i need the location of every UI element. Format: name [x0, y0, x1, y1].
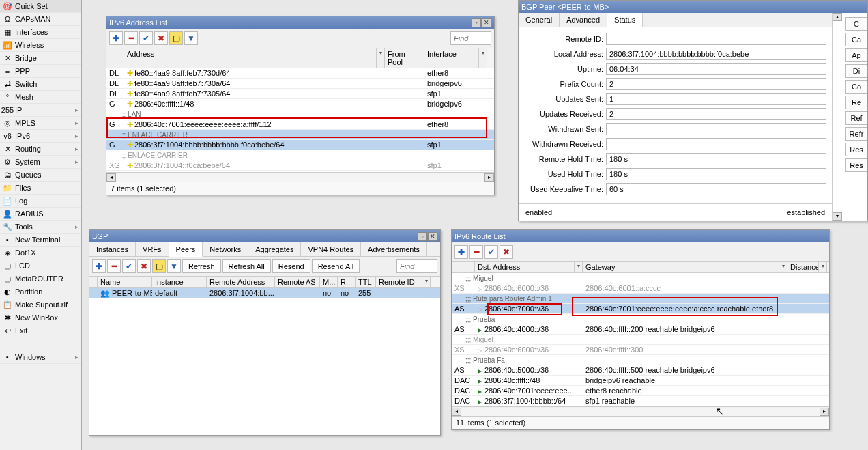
tab-aggregates[interactable]: Aggregates: [248, 242, 301, 256]
sidebar-item-new-terminal[interactable]: ▪New Terminal: [0, 234, 81, 247]
tab-instances[interactable]: Instances: [89, 242, 136, 256]
comment-row[interactable]: ;;; ENLACE CARRIER: [106, 130, 494, 140]
address-row[interactable]: XG✚2806:3f7:1004::f0ca:bebe/64sfp1: [106, 160, 494, 171]
sidebar-item-ipv6[interactable]: v6IPv6▸: [0, 130, 81, 143]
disable-button[interactable]: ✖: [137, 259, 151, 273]
sidebar-item-mpls[interactable]: ◎MPLS▸: [0, 117, 81, 130]
comment-row[interactable]: ;;; Prueba: [452, 314, 829, 324]
resend-all-button[interactable]: Resend All: [312, 259, 360, 273]
filter-button[interactable]: ▼: [167, 259, 181, 273]
comment-button[interactable]: ▢: [152, 259, 166, 273]
title-bar[interactable]: IPv6 Route List: [452, 230, 829, 242]
sidebar-item-interfaces[interactable]: ▦Interfaces: [0, 26, 81, 39]
sidebar-item-wireless[interactable]: 📶Wireless: [0, 39, 81, 52]
comment-row[interactable]: ;;; ENLACE CARRIER: [106, 150, 494, 160]
sidebar-item-quick-set[interactable]: 🎯Quick Set: [0, 0, 81, 13]
side-button[interactable]: Ref: [845, 111, 867, 125]
route-row[interactable]: XS▷2806:40c:6000::/362806:40c:ffff::300: [452, 345, 829, 355]
remove-button[interactable]: ━: [107, 259, 121, 273]
scroll-down-button[interactable]: ▾: [833, 212, 842, 221]
field-input[interactable]: [606, 63, 826, 75]
horizontal-scrollbar[interactable]: ◂▸: [452, 406, 829, 416]
side-button[interactable]: Res: [845, 143, 867, 156]
peer-row[interactable]: 👥 PEER-to-MB default 2806:3f7:1004:bb...…: [89, 288, 440, 298]
comment-row[interactable]: ;;; Prueba Fa: [452, 355, 829, 365]
sidebar-item-dot1x[interactable]: ◈Dot1X: [0, 247, 81, 259]
field-input[interactable]: [606, 123, 826, 135]
sidebar-item-routing[interactable]: ✕Routing▸: [0, 143, 81, 156]
address-row[interactable]: DL✚fe80::4aa9:8aff:feb7:7305/64sfp1: [106, 89, 494, 99]
sidebar-item-tools[interactable]: 🔧Tools▸: [0, 221, 81, 234]
refresh-all-button[interactable]: Refresh All: [222, 259, 271, 273]
remove-button[interactable]: ━: [124, 31, 138, 45]
sidebar-item-log[interactable]: 📄Log: [0, 195, 81, 208]
field-input[interactable]: [606, 33, 826, 45]
table-header[interactable]: Dst. Address ▾ Gateway ▾ Distance ▾: [452, 262, 829, 273]
side-button[interactable]: Ap: [845, 48, 867, 62]
route-row[interactable]: AS▶2806:40c:5000::/362806:40c:ffff::500 …: [452, 365, 829, 376]
address-row[interactable]: DL✚fe80::4aa9:8aff:feb7:730d/64ether8: [106, 68, 494, 79]
find-input[interactable]: [396, 259, 437, 273]
remove-button[interactable]: ━: [469, 245, 483, 259]
field-input[interactable]: [606, 78, 826, 90]
find-input[interactable]: [450, 31, 491, 45]
enable-button[interactable]: ✔: [484, 245, 498, 259]
route-row[interactable]: DAC▶2806:3f7:1004:bbbb::/64sfp1 reachabl…: [452, 396, 829, 406]
address-row[interactable]: G✚2806:3f7:1004:bbbb:bbbb:bbbb:f0ca:bebe…: [106, 140, 494, 150]
sidebar-item-radius[interactable]: 👤RADIUS: [0, 208, 81, 221]
sidebar-item-capsman[interactable]: ΩCAPsMAN: [0, 13, 81, 26]
sidebar-item-bridge[interactable]: ✕Bridge: [0, 52, 81, 65]
sidebar-item-windows[interactable]: ▪Windows▸: [0, 351, 81, 364]
route-row[interactable]: AS▶2806:40c:4000::/362806:40c:ffff::200 …: [452, 324, 829, 335]
minimize-button[interactable]: ▫: [472, 18, 481, 27]
tab-general[interactable]: General: [519, 13, 560, 27]
comment-button[interactable]: ▢: [169, 31, 183, 45]
tab-vrfs[interactable]: VRFs: [136, 242, 169, 256]
address-table-body[interactable]: DL✚fe80::4aa9:8aff:feb7:730d/64ether8DL✚…: [106, 68, 494, 172]
side-button[interactable]: Res: [845, 158, 867, 172]
address-row[interactable]: G✚2806:40c:ffff::1/48bridgeipv6: [106, 99, 494, 109]
sidebar-item-new-winbox[interactable]: ✱New WinBox: [0, 311, 81, 324]
field-input[interactable]: [606, 138, 826, 150]
route-row[interactable]: DAC▶2806:40c:ffff::/48bridgeipv6 reachab…: [452, 376, 829, 386]
add-button[interactable]: ✚: [454, 245, 468, 259]
comment-row[interactable]: ;;; LAN: [106, 109, 494, 119]
side-button[interactable]: Ca: [845, 33, 867, 46]
sidebar-item-exit[interactable]: ↩Exit: [0, 324, 81, 337]
route-row[interactable]: AS▷2806:40c:7000::/362806:40c:7001:eeee:…: [452, 304, 829, 314]
enable-button[interactable]: ✔: [139, 31, 153, 45]
title-bar[interactable]: BGP ▫ ✕: [89, 230, 440, 242]
sidebar-item-ip[interactable]: 255IP▸: [0, 104, 81, 117]
side-button[interactable]: Co: [845, 80, 867, 94]
minimize-button[interactable]: ▫: [418, 232, 427, 241]
close-button[interactable]: ✕: [482, 18, 491, 27]
disable-button[interactable]: ✖: [154, 31, 168, 45]
route-row[interactable]: DAC▶2806:40c:7001:eeee:eee..ether8 reach…: [452, 386, 829, 396]
title-bar[interactable]: BGP Peer <PEER-to-MB>: [519, 1, 867, 13]
sidebar-item-partition[interactable]: ◐Partition: [0, 285, 81, 298]
side-button[interactable]: Di: [845, 64, 867, 78]
comment-row[interactable]: ;;; Miguel: [452, 335, 829, 345]
refresh-button[interactable]: Refresh: [182, 259, 221, 273]
address-row[interactable]: DL✚fe80::4aa9:8aff:feb7:730a/64bridgeipv…: [106, 79, 494, 89]
add-button[interactable]: ✚: [92, 259, 106, 273]
sidebar-item-make-supout.rif[interactable]: 📋Make Supout.rif: [0, 298, 81, 311]
close-button[interactable]: ✕: [428, 232, 437, 241]
field-input[interactable]: [606, 153, 826, 165]
sidebar-item-ppp[interactable]: ≡PPP: [0, 65, 81, 78]
route-row[interactable]: XS▷2806:40c:6000::/362806:40c:6001::a:cc…: [452, 283, 829, 294]
sidebar-item-metarouter[interactable]: ▢MetaROUTER: [0, 272, 81, 285]
sidebar-item-queues[interactable]: 🗂Queues: [0, 169, 81, 182]
comment-row[interactable]: ;;; Miguel: [452, 273, 829, 283]
tab-advertisements[interactable]: Advertisements: [361, 242, 427, 256]
enable-button[interactable]: ✔: [122, 259, 136, 273]
resend-button[interactable]: Resend: [272, 259, 310, 273]
sidebar-item-mesh[interactable]: °Mesh: [0, 91, 81, 104]
title-bar[interactable]: IPv6 Address List ▫ ✕: [106, 16, 494, 29]
sidebar-item-files[interactable]: 📁Files: [0, 182, 81, 195]
horizontal-scrollbar[interactable]: ◂▸: [106, 172, 494, 182]
table-header[interactable]: Name Instance Remote Address Remote AS M…: [89, 277, 440, 288]
field-input[interactable]: [606, 93, 826, 105]
filter-button[interactable]: ▼: [184, 31, 198, 45]
tab-peers[interactable]: Peers: [169, 242, 203, 257]
